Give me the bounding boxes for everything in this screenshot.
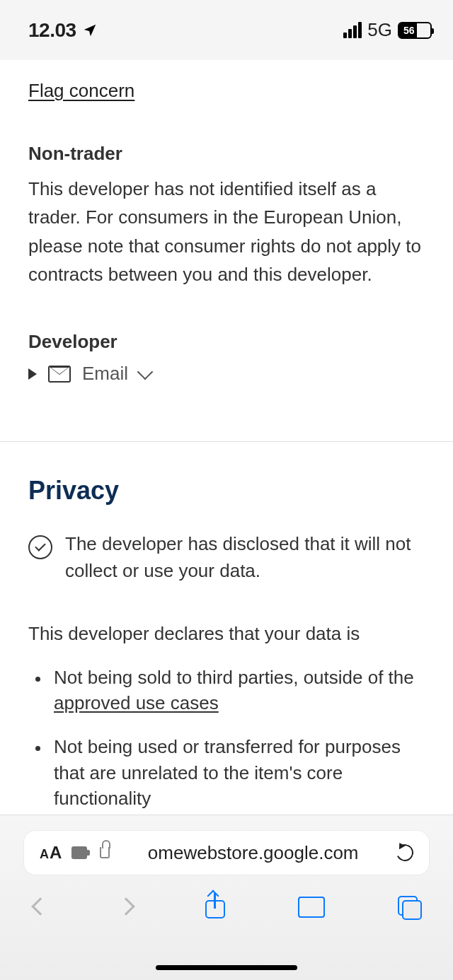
status-right: 5G 56: [343, 19, 432, 41]
forward-button[interactable]: [117, 897, 134, 915]
non-trader-heading: Non-trader: [28, 143, 425, 165]
section-divider: [0, 441, 453, 442]
extensions-icon[interactable]: [71, 846, 87, 859]
status-bar: 12.03 5G 56: [0, 0, 453, 60]
location-arrow-icon: [82, 23, 98, 38]
chevron-down-icon: [137, 363, 154, 380]
list-item-text: Not being used or transferred for purpos…: [54, 736, 401, 809]
privacy-declare-intro: This developer declares that your data i…: [28, 623, 425, 645]
browser-toolbar: [0, 875, 453, 918]
check-circle-icon: [28, 535, 52, 559]
developer-email-row[interactable]: Email: [28, 363, 425, 385]
bookmarks-button[interactable]: [298, 897, 325, 916]
network-type: 5G: [367, 19, 392, 41]
url-text[interactable]: omewebstore.google.com: [120, 842, 386, 864]
tabs-button[interactable]: [398, 896, 419, 917]
browser-chrome: AA omewebstore.google.com: [0, 815, 453, 980]
privacy-disclosure-text: The developer has disclosed that it will…: [65, 531, 425, 584]
non-trader-body: This developer has not identified itself…: [28, 175, 425, 288]
text-size-button[interactable]: AA: [40, 843, 62, 863]
approved-use-cases-link[interactable]: approved use cases: [54, 692, 219, 713]
page-content: Flag concern Non-trader This developer h…: [0, 60, 453, 881]
url-bar[interactable]: AA omewebstore.google.com: [24, 831, 429, 875]
expand-right-icon: [28, 368, 37, 380]
cellular-signal-icon: [343, 22, 362, 38]
developer-heading: Developer: [28, 331, 425, 353]
status-left: 12.03: [28, 19, 98, 42]
status-time: 12.03: [28, 19, 76, 42]
list-item-text: Not being sold to third parties, outside…: [54, 667, 414, 688]
privacy-disclosure-row: The developer has disclosed that it will…: [28, 531, 425, 584]
battery-icon: 56: [398, 22, 432, 39]
email-label: Email: [82, 363, 128, 385]
share-button[interactable]: [205, 894, 225, 918]
list-item: Not being sold to third parties, outside…: [50, 665, 425, 716]
flag-concern-link[interactable]: Flag concern: [28, 80, 134, 102]
home-indicator[interactable]: [156, 965, 297, 970]
back-button[interactable]: [31, 897, 49, 915]
battery-percent: 56: [401, 25, 415, 36]
privacy-title: Privacy: [28, 476, 425, 506]
list-item: Not being used or transferred for purpos…: [50, 734, 425, 811]
mail-icon: [48, 366, 71, 383]
reload-icon[interactable]: [394, 842, 416, 864]
lock-icon: [100, 847, 110, 858]
